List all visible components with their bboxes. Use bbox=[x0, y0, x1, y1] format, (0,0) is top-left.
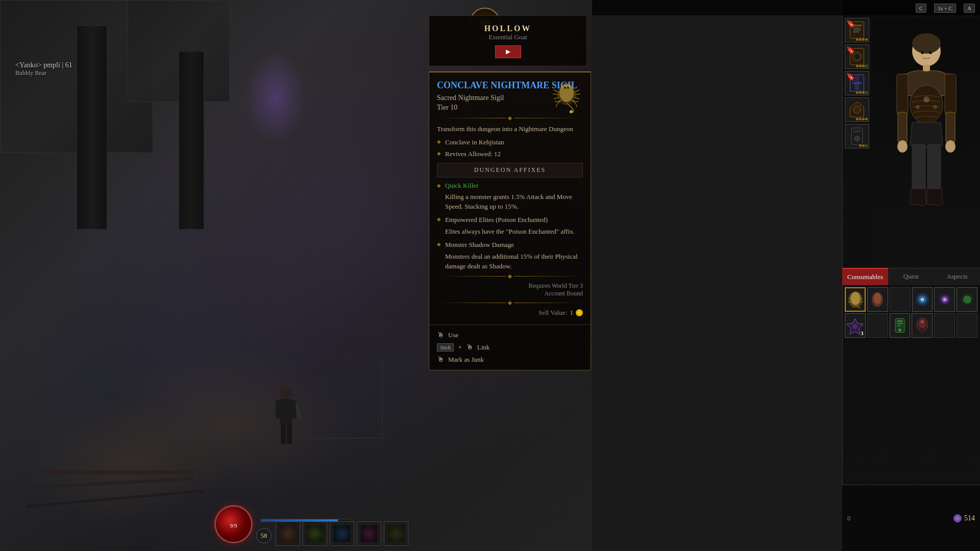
skill-slot-4[interactable] bbox=[357, 521, 381, 546]
inv-cell-1-3[interactable] bbox=[890, 287, 911, 312]
svg-point-11 bbox=[567, 87, 569, 89]
svg-line-57 bbox=[859, 302, 863, 303]
dungeon-glow bbox=[245, 51, 306, 143]
diamond-bullet-1: ◆ bbox=[437, 139, 441, 144]
diamond-ornament-3 bbox=[508, 301, 512, 305]
gem-13 bbox=[856, 118, 859, 120]
player-name: <Yanko> pmpli | 61 bbox=[15, 61, 72, 69]
tab-aspects[interactable]: Aspects bbox=[934, 268, 980, 285]
svg-point-39 bbox=[910, 85, 943, 124]
sell-value: Sell Value: 1 bbox=[437, 309, 583, 317]
slot-1[interactable]: 🔖 bbox=[845, 18, 869, 42]
inv-cell-2-1[interactable]: 3 bbox=[845, 313, 866, 338]
svg-rect-47 bbox=[927, 144, 941, 190]
svg-point-76 bbox=[921, 320, 923, 323]
svg-point-45 bbox=[945, 140, 955, 153]
slot-4[interactable] bbox=[845, 97, 869, 122]
svg-rect-23 bbox=[853, 32, 859, 33]
gold-coin-icon bbox=[576, 309, 583, 316]
inv-cell-2-2[interactable] bbox=[867, 313, 888, 338]
inv-cell-2-6[interactable] bbox=[957, 313, 977, 338]
svg-rect-1 bbox=[280, 399, 292, 424]
svg-point-18 bbox=[570, 110, 573, 113]
inv-cell-1-2[interactable] bbox=[867, 287, 888, 312]
player-character bbox=[271, 388, 301, 449]
separator-2 bbox=[437, 275, 583, 278]
affix-3: ◆ Monster Shadow Damage bbox=[437, 240, 583, 249]
action-link-label: Link bbox=[477, 343, 490, 352]
health-max: 9 bbox=[234, 522, 237, 529]
svg-line-6 bbox=[296, 403, 300, 418]
svg-point-0 bbox=[280, 388, 292, 399]
action-junk[interactable]: 🖱 Mark as Junk bbox=[437, 354, 583, 366]
gem-9 bbox=[856, 91, 859, 94]
item-tooltip: CONCLAVE NIGHTMARE SIGIL Sacred Nightmar… bbox=[429, 71, 591, 370]
inventory-grid: 3 bbox=[842, 285, 980, 340]
slot-2[interactable]: 🔖 bbox=[845, 44, 869, 69]
character-figure bbox=[875, 28, 977, 273]
inv-cell-2-5[interactable] bbox=[934, 313, 955, 338]
svg-point-73 bbox=[898, 329, 901, 331]
svg-rect-29 bbox=[852, 82, 862, 84]
svg-point-52 bbox=[850, 292, 861, 305]
action-junk-label: Mark as Junk bbox=[448, 356, 484, 364]
gem-4 bbox=[865, 38, 868, 41]
player-info: <Yanko> pmpli | 61 Bubbly Bear bbox=[15, 61, 72, 77]
tab-consumables[interactable]: Consumables bbox=[842, 268, 888, 285]
skill-slot-5[interactable] bbox=[384, 521, 408, 546]
svg-rect-41 bbox=[945, 74, 956, 115]
svg-point-33 bbox=[854, 136, 860, 141]
svg-point-8 bbox=[559, 84, 574, 102]
affix-2-desc: Elites always have the "Poison Enchanted… bbox=[445, 227, 583, 236]
svg-point-26 bbox=[854, 54, 860, 60]
affix-3-desc: Monsters deal an additional 15% of their… bbox=[445, 252, 583, 270]
slot-3-gems bbox=[856, 91, 868, 94]
requirements: Requires World Tier 3 Account Bound bbox=[437, 282, 583, 297]
pillar-2 bbox=[179, 51, 204, 230]
diamond-bullet-4: ◆ bbox=[437, 216, 441, 222]
action-use[interactable]: 🖱 Use bbox=[437, 329, 583, 341]
gem-8 bbox=[865, 64, 868, 68]
diamond-ornament-2 bbox=[508, 274, 512, 279]
slot-5[interactable] bbox=[845, 124, 869, 148]
gem-17 bbox=[859, 144, 862, 147]
inv-row-1 bbox=[845, 287, 977, 312]
location-button[interactable]: ▶ bbox=[495, 45, 521, 58]
svg-point-62 bbox=[920, 297, 924, 301]
action-link[interactable]: Shift + 🖱 Link bbox=[437, 341, 583, 354]
inv-cell-1-4[interactable] bbox=[912, 287, 933, 312]
skill-slot-2[interactable] bbox=[303, 521, 327, 546]
skill-slot-3[interactable] bbox=[330, 521, 354, 546]
svg-rect-42 bbox=[898, 112, 907, 143]
inventory-tabs: Consumables Quest Aspects bbox=[842, 268, 980, 285]
location-subtitle: Essential Goat bbox=[488, 33, 527, 41]
shortcut-a: A bbox=[964, 3, 975, 12]
affixes-header: DUNGEON AFFIXES bbox=[437, 163, 583, 178]
tab-quest[interactable]: Quest bbox=[888, 268, 934, 285]
svg-line-55 bbox=[848, 302, 851, 303]
affix-2: ◆ Empowered Elites (Poison Enchanted) bbox=[437, 215, 583, 224]
slot-1-gems bbox=[856, 38, 868, 41]
diamond-ornament bbox=[508, 116, 512, 120]
account-bound-text: Account Bound bbox=[437, 290, 583, 297]
diamond-bullet-2: ◆ bbox=[437, 151, 441, 156]
gem-15 bbox=[862, 118, 865, 120]
svg-point-10 bbox=[564, 87, 566, 89]
inv-cell-1-1[interactable] bbox=[845, 287, 866, 312]
character-portrait bbox=[873, 18, 980, 283]
skill-slot-1[interactable] bbox=[276, 521, 300, 546]
svg-point-50 bbox=[933, 105, 937, 109]
svg-point-36 bbox=[921, 51, 924, 54]
inv-cell-2-4[interactable] bbox=[912, 313, 933, 338]
inv-cell-1-6[interactable] bbox=[957, 287, 977, 312]
affix-1: ◆ Quick Killer bbox=[437, 182, 583, 190]
slot-3[interactable]: 🔖 bbox=[845, 71, 869, 95]
gem-2 bbox=[859, 38, 862, 41]
mouse-icon-use: 🖱 bbox=[437, 331, 444, 339]
pillar-1 bbox=[77, 26, 107, 230]
gem-19 bbox=[865, 144, 868, 147]
inv-cell-2-3[interactable] bbox=[890, 313, 911, 338]
inv-cell-1-5[interactable] bbox=[934, 287, 955, 312]
gem-1 bbox=[856, 38, 859, 41]
gem-10 bbox=[859, 91, 862, 94]
